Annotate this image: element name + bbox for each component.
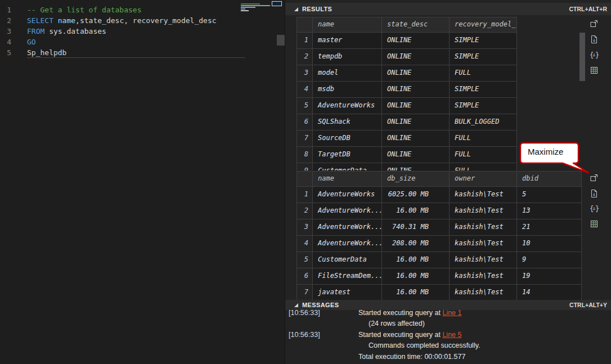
cell-dbid[interactable]: 10 (517, 236, 582, 252)
cell-name[interactable]: javatest (313, 285, 382, 300)
cell-name[interactable]: TargetDB (313, 147, 382, 163)
row-number[interactable]: 7 (297, 131, 313, 147)
cell-owner[interactable]: kashish\Test (450, 236, 517, 252)
cell-name[interactable]: model (313, 65, 382, 82)
row-number[interactable]: 6 (297, 114, 313, 131)
cell-name[interactable]: FileStreamDem... (313, 268, 382, 285)
table-row[interactable]: 8 TargetDB ONLINE FULL (297, 147, 517, 163)
row-number[interactable]: 1 (297, 33, 313, 49)
cell-db-size[interactable]: 16.00 MB (382, 203, 450, 219)
results-panel-header[interactable]: RESULTS CTRL+ALT+R (285, 3, 611, 15)
cell-owner[interactable]: kashish\Test (450, 285, 517, 300)
cell-recovery-model[interactable]: FULL (450, 65, 517, 82)
table-row[interactable]: 6 FileStreamDem... 16.00 MB kashish\Test… (297, 268, 582, 285)
cell-dbid[interactable]: 21 (517, 219, 582, 236)
cell-db-size[interactable]: 208.00 MB (382, 236, 450, 252)
column-header-db-size[interactable]: db_size (382, 172, 450, 187)
save-as-excel-icon[interactable] (589, 219, 599, 229)
editor-scrollbar[interactable] (277, 35, 285, 46)
cell-name[interactable]: CustomerData (313, 163, 382, 170)
cell-state-desc[interactable]: ONLINE (382, 98, 450, 114)
cell-db-size[interactable]: 740.31 MB (382, 219, 450, 236)
grid1-scrollbar[interactable] (579, 33, 585, 81)
cell-owner[interactable]: kashish\Test (450, 187, 517, 203)
column-header-recovery-model[interactable]: recovery_model_... (450, 17, 517, 33)
cell-state-desc[interactable]: ONLINE (382, 33, 450, 49)
column-header-state-desc[interactable]: state_desc (382, 17, 450, 33)
row-number[interactable]: 2 (297, 49, 313, 65)
collapse-messages-icon[interactable] (294, 303, 298, 307)
table-row[interactable]: 1 master ONLINE SIMPLE (297, 33, 517, 49)
cell-name[interactable]: SourceDB (313, 131, 382, 147)
cell-dbid[interactable]: 14 (517, 285, 582, 300)
code-line[interactable]: 2 SELECT name,state_desc, recovery_model… (0, 15, 276, 26)
cell-name[interactable]: AdventureWork... (313, 203, 382, 219)
results-grid-1[interactable]: name state_desc recovery_model_... 1 mas… (296, 17, 517, 170)
row-number-header[interactable] (297, 17, 313, 33)
row-number[interactable]: 4 (297, 236, 313, 252)
table-row[interactable]: 6 SQLShack ONLINE BULK_LOGGED (297, 114, 517, 131)
messages-panel-header[interactable]: MESSAGES CTRL+ALT+Y (285, 300, 611, 310)
cell-name[interactable]: tempdb (313, 49, 382, 65)
cell-owner[interactable]: kashish\Test (450, 203, 517, 219)
results-grid-2[interactable]: name db_size owner dbid 1 AdventureWorks… (296, 171, 582, 300)
cell-db-size[interactable]: 6025.00 MB (382, 187, 450, 203)
cell-name[interactable]: SQLShack (313, 114, 382, 131)
cell-state-desc[interactable]: ONLINE (382, 163, 450, 170)
row-number[interactable]: 5 (297, 98, 313, 114)
column-header-owner[interactable]: owner (450, 172, 517, 187)
save-as-excel-icon[interactable] (589, 65, 599, 75)
cell-state-desc[interactable]: ONLINE (382, 114, 450, 131)
cell-recovery-model[interactable]: FULL (450, 163, 517, 170)
cell-name[interactable]: AdventureWork... (313, 219, 382, 236)
cell-recovery-model[interactable]: FULL (450, 131, 517, 147)
cell-dbid[interactable]: 19 (517, 268, 582, 285)
cell-recovery-model[interactable]: BULK_LOGGED (450, 114, 517, 131)
row-number[interactable]: 4 (297, 82, 313, 98)
cell-name[interactable]: AdventureWorks (313, 187, 382, 203)
cell-recovery-model[interactable]: FULL (450, 147, 517, 163)
messages-output[interactable]: [10:56:33] Started executing query at Li… (289, 307, 607, 362)
collapse-results-icon[interactable] (294, 7, 298, 11)
cell-owner[interactable]: kashish\Test (450, 268, 517, 285)
cell-db-size[interactable]: 16.00 MB (382, 268, 450, 285)
row-number[interactable]: 2 (297, 203, 313, 219)
row-number[interactable]: 7 (297, 285, 313, 300)
table-row[interactable]: 2 tempdb ONLINE SIMPLE (297, 49, 517, 65)
table-row[interactable]: 3 AdventureWork... 740.31 MB kashish\Tes… (297, 219, 582, 236)
save-as-json-icon[interactable]: { } (589, 50, 599, 60)
save-as-csv-icon[interactable] (589, 188, 599, 199)
code-line[interactable]: 4 GO (0, 37, 276, 47)
table-row[interactable]: 1 AdventureWorks 6025.00 MB kashish\Test… (297, 187, 582, 203)
column-header-name[interactable]: name (313, 172, 382, 187)
table-row[interactable]: 3 model ONLINE FULL (297, 65, 517, 82)
cell-dbid[interactable]: 9 (517, 252, 582, 268)
table-row[interactable]: 7 javatest 16.00 MB kashish\Test 14 (297, 285, 582, 300)
table-row[interactable]: 5 CustomerData 16.00 MB kashish\Test 9 (297, 252, 582, 268)
row-number[interactable]: 6 (297, 268, 313, 285)
code-line[interactable]: 5 Sp_helpdb (0, 47, 276, 58)
cell-owner[interactable]: kashish\Test (450, 252, 517, 268)
save-as-json-icon[interactable]: { } (589, 204, 599, 214)
row-number[interactable]: 9 (297, 163, 313, 170)
column-header-name[interactable]: name (313, 17, 382, 33)
cell-recovery-model[interactable]: SIMPLE (450, 33, 517, 49)
cell-state-desc[interactable]: ONLINE (382, 131, 450, 147)
cell-state-desc[interactable]: ONLINE (382, 65, 450, 82)
cell-recovery-model[interactable]: SIMPLE (450, 98, 517, 114)
cell-db-size[interactable]: 16.00 MB (382, 252, 450, 268)
table-row[interactable]: 7 SourceDB ONLINE FULL (297, 131, 517, 147)
row-number[interactable]: 3 (297, 65, 313, 82)
cell-owner[interactable]: kashish\Test (450, 219, 517, 236)
table-row[interactable]: 4 AdventureWork... 208.00 MB kashish\Tes… (297, 236, 582, 252)
maximize-icon[interactable] (589, 19, 599, 29)
cell-recovery-model[interactable]: SIMPLE (450, 82, 517, 98)
cell-dbid[interactable]: 13 (517, 203, 582, 219)
cell-db-size[interactable]: 16.00 MB (382, 285, 450, 300)
cell-dbid[interactable]: 5 (517, 187, 582, 203)
row-number-header[interactable] (297, 172, 313, 187)
save-as-csv-icon[interactable] (589, 34, 599, 44)
cell-recovery-model[interactable]: SIMPLE (450, 49, 517, 65)
cell-state-desc[interactable]: ONLINE (382, 147, 450, 163)
cell-name[interactable]: CustomerData (313, 252, 382, 268)
